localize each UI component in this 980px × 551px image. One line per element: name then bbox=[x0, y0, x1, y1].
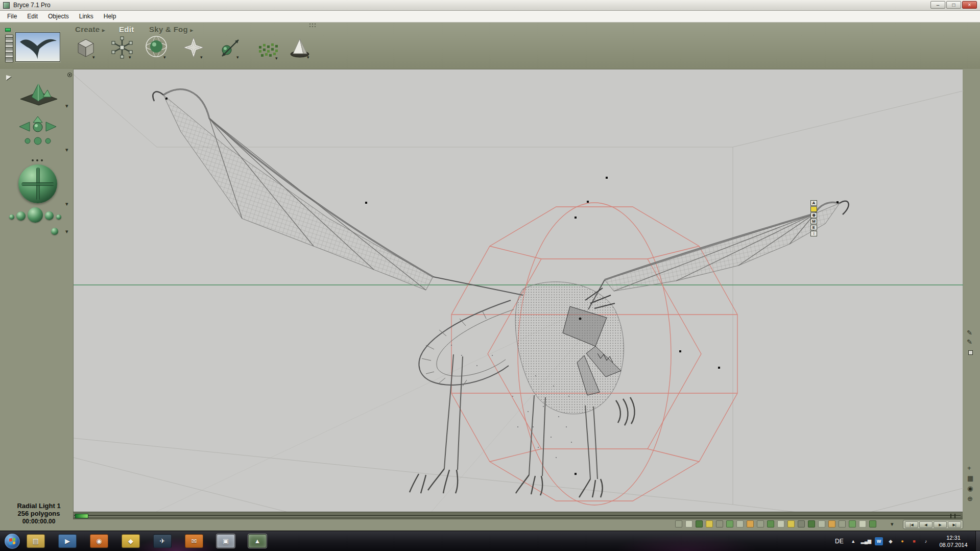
crystal-star-tool[interactable]: ▾ bbox=[182, 36, 205, 59]
camera-options-icon[interactable] bbox=[67, 73, 72, 77]
toolbar-drag-handle-icon[interactable] bbox=[309, 23, 317, 28]
anim-tool-17[interactable] bbox=[839, 520, 846, 528]
anim-tool-13[interactable] bbox=[798, 520, 805, 528]
pencil-icon[interactable]: ✎ bbox=[967, 329, 972, 337]
nudge-ball-medium-right[interactable] bbox=[45, 211, 54, 220]
maximize-button[interactable]: □ bbox=[946, 1, 961, 9]
view-mode-control[interactable] bbox=[17, 80, 60, 109]
anim-tool-15[interactable] bbox=[818, 520, 825, 528]
object-attributes-button[interactable]: A bbox=[810, 200, 817, 206]
tab-create[interactable]: Create ▸ bbox=[75, 25, 105, 34]
render-target-icon[interactable]: ◉ bbox=[967, 485, 973, 492]
start-button[interactable] bbox=[5, 534, 20, 549]
anim-tool-14[interactable] bbox=[808, 520, 815, 528]
anim-tool-16[interactable] bbox=[828, 520, 835, 528]
nudge-ball-small-left[interactable] bbox=[9, 214, 14, 220]
tab-sky-fog[interactable]: Sky & Fog ▸ bbox=[149, 25, 193, 34]
object-resize-button[interactable]: ↕ bbox=[810, 231, 817, 236]
menu-item[interactable]: Edit bbox=[22, 11, 43, 21]
chevron-down-icon[interactable]: ▾ bbox=[65, 103, 68, 108]
menu-item[interactable]: Links bbox=[74, 11, 99, 21]
viewport[interactable]: A ⊕ M E ↕ bbox=[73, 69, 963, 512]
object-edit-button[interactable]: E bbox=[810, 225, 817, 230]
chevron-down-icon[interactable]: ▾ bbox=[200, 55, 203, 60]
vcr-step-back-button[interactable]: ◀ bbox=[919, 521, 933, 528]
anim-tool-7[interactable] bbox=[736, 520, 744, 528]
menu-item[interactable]: Help bbox=[99, 11, 122, 21]
filmstrip-icon[interactable] bbox=[5, 35, 13, 62]
taskbar-antivirus-icon[interactable]: ◆ bbox=[122, 534, 140, 548]
terrain-mountain-tool[interactable]: ▾ bbox=[288, 35, 312, 58]
tray-expand-icon[interactable]: ▲ bbox=[849, 537, 857, 545]
nudge-ball-small-right[interactable] bbox=[56, 214, 61, 220]
object-family-swatch[interactable] bbox=[810, 206, 817, 212]
render-preview[interactable] bbox=[15, 32, 60, 62]
tray-update-icon[interactable]: ● bbox=[898, 537, 906, 545]
taskbar-thunderbird-icon[interactable]: ✈ bbox=[153, 534, 172, 548]
animation-timeline[interactable] bbox=[73, 512, 963, 519]
tray-alert-icon[interactable]: ■ bbox=[910, 537, 918, 545]
minimize-button[interactable]: – bbox=[930, 1, 945, 9]
object-link-button[interactable]: ⊕ bbox=[810, 212, 817, 218]
vcr-go-start-button[interactable]: |◀ bbox=[905, 521, 918, 528]
create-cube-tool[interactable]: ▾ bbox=[74, 36, 98, 59]
pencil-icon[interactable]: ✎ bbox=[967, 339, 972, 346]
chevron-down-icon[interactable]: ▾ bbox=[65, 147, 68, 152]
close-button[interactable]: × bbox=[962, 1, 977, 9]
anim-tool-4[interactable] bbox=[706, 520, 713, 528]
materials-tool[interactable]: ▾ bbox=[145, 35, 168, 58]
chevron-down-icon[interactable]: ▾ bbox=[92, 55, 95, 60]
anim-tool-10[interactable] bbox=[767, 520, 774, 528]
tray-w-icon[interactable]: W bbox=[875, 537, 883, 545]
anim-tool-5[interactable] bbox=[716, 520, 723, 528]
globe-icon[interactable]: ⊕ bbox=[967, 495, 973, 502]
anim-tool-2[interactable] bbox=[685, 520, 692, 528]
swatch-box-icon[interactable] bbox=[968, 350, 973, 355]
taskbar-firefox-icon[interactable]: ◉ bbox=[90, 534, 108, 548]
trackball-control[interactable] bbox=[18, 164, 57, 203]
clock[interactable]: 12:31 08.07.2014 bbox=[934, 534, 973, 548]
vcr-play-button[interactable]: ▶ bbox=[934, 521, 947, 528]
grid-view-icon[interactable]: ▦ bbox=[967, 475, 973, 482]
taskbar-bryce-icon[interactable]: ▲ bbox=[248, 534, 267, 548]
chevron-down-icon[interactable]: ▾ bbox=[65, 201, 68, 206]
title-bar[interactable]: Bryce 7.1 Pro – □ × bbox=[0, 0, 980, 11]
menu-item[interactable]: File bbox=[2, 11, 22, 21]
pan-tool-icon[interactable]: + bbox=[967, 465, 971, 472]
tray-diamond-icon[interactable]: ◆ bbox=[887, 537, 895, 545]
chevron-down-icon[interactable]: ▾ bbox=[275, 56, 278, 61]
anim-tool-1[interactable] bbox=[675, 520, 682, 528]
language-indicator[interactable]: DE bbox=[835, 538, 844, 545]
anim-tool-3[interactable] bbox=[696, 520, 703, 528]
menu-item[interactable]: Objects bbox=[43, 11, 74, 21]
vcr-go-end-button[interactable]: ▶| bbox=[948, 521, 961, 528]
tray-volume-icon[interactable]: ♪ bbox=[922, 537, 930, 545]
tray-network-icon[interactable]: ▂▄▆ bbox=[861, 537, 871, 545]
anim-tool-9[interactable] bbox=[757, 520, 764, 528]
taskbar-mail-icon[interactable]: ✉ bbox=[185, 534, 203, 548]
anim-tool-19[interactable] bbox=[859, 520, 866, 528]
edit-resize-tool[interactable]: ▾ bbox=[110, 36, 134, 59]
anim-tool-20[interactable] bbox=[869, 520, 876, 528]
taskbar-media-player-icon[interactable]: ▶ bbox=[58, 534, 77, 548]
object-material-button[interactable]: M bbox=[810, 219, 817, 224]
chevron-down-icon[interactable]: ▾ bbox=[891, 521, 894, 526]
taskbar-explorer-icon[interactable]: ▤ bbox=[27, 534, 45, 548]
chevron-down-icon[interactable]: ▾ bbox=[163, 55, 166, 60]
chevron-down-icon[interactable]: ▾ bbox=[236, 55, 239, 60]
chevron-down-icon[interactable]: ▾ bbox=[65, 229, 68, 234]
anim-tool-18[interactable] bbox=[849, 520, 856, 528]
anim-tool-8[interactable] bbox=[747, 520, 754, 528]
chevron-down-icon[interactable]: ▾ bbox=[129, 55, 131, 60]
show-desktop-button[interactable] bbox=[975, 531, 980, 551]
chevron-down-icon[interactable]: ▾ bbox=[307, 55, 309, 60]
nudge-ball-large[interactable] bbox=[28, 207, 43, 223]
taskbar-file-manager-icon[interactable]: ▣ bbox=[217, 534, 235, 548]
memory-dots-icon[interactable] bbox=[32, 159, 45, 162]
anim-tool-6[interactable] bbox=[726, 520, 733, 528]
timeline-progress[interactable] bbox=[75, 514, 88, 518]
anim-tool-12[interactable] bbox=[787, 520, 795, 528]
tab-edit[interactable]: Edit bbox=[119, 25, 134, 34]
anim-tool-11[interactable] bbox=[777, 520, 784, 528]
origin-ball[interactable] bbox=[51, 228, 58, 235]
